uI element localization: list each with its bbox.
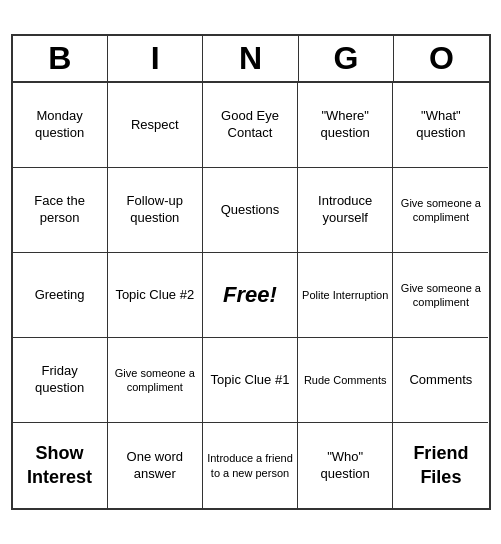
cell-text-18: Rude Comments — [304, 373, 387, 387]
header-letter-b: B — [13, 36, 108, 81]
bingo-cell-22: Introduce a friend to a new person — [203, 423, 298, 508]
cell-text-8: Introduce yourself — [302, 193, 388, 227]
cell-text-16: Give someone a compliment — [112, 366, 198, 395]
cell-text-20: Show Interest — [17, 442, 103, 489]
bingo-cell-0: Monday question — [13, 83, 108, 168]
bingo-cell-5: Face the person — [13, 168, 108, 253]
cell-text-3: "Where" question — [302, 108, 388, 142]
cell-text-7: Questions — [221, 202, 280, 219]
cell-text-12: Free! — [223, 281, 277, 310]
cell-text-9: Give someone a compliment — [397, 196, 484, 225]
bingo-cell-3: "Where" question — [298, 83, 393, 168]
bingo-cell-11: Topic Clue #2 — [108, 253, 203, 338]
bingo-card: BINGO Monday questionRespectGood Eye Con… — [11, 34, 491, 510]
bingo-cell-23: "Who" question — [298, 423, 393, 508]
bingo-cell-15: Friday question — [13, 338, 108, 423]
bingo-cell-10: Greeting — [13, 253, 108, 338]
cell-text-19: Comments — [409, 372, 472, 389]
cell-text-5: Face the person — [17, 193, 103, 227]
bingo-cell-16: Give someone a compliment — [108, 338, 203, 423]
cell-text-15: Friday question — [17, 363, 103, 397]
bingo-grid: Monday questionRespectGood Eye Contact"W… — [13, 83, 489, 508]
bingo-cell-18: Rude Comments — [298, 338, 393, 423]
header-letter-i: I — [108, 36, 203, 81]
cell-text-6: Follow-up question — [112, 193, 198, 227]
bingo-cell-2: Good Eye Contact — [203, 83, 298, 168]
bingo-cell-1: Respect — [108, 83, 203, 168]
bingo-cell-7: Questions — [203, 168, 298, 253]
bingo-cell-12: Free! — [203, 253, 298, 338]
bingo-cell-17: Topic Clue #1 — [203, 338, 298, 423]
bingo-cell-24: Friend Files — [393, 423, 488, 508]
cell-text-23: "Who" question — [302, 449, 388, 483]
cell-text-0: Monday question — [17, 108, 103, 142]
header-letter-n: N — [203, 36, 298, 81]
bingo-cell-13: Polite Interruption — [298, 253, 393, 338]
bingo-cell-19: Comments — [393, 338, 488, 423]
cell-text-4: "What" question — [397, 108, 484, 142]
bingo-cell-14: Give someone a compliment — [393, 253, 488, 338]
cell-text-21: One word answer — [112, 449, 198, 483]
bingo-cell-9: Give someone a compliment — [393, 168, 488, 253]
header-letter-g: G — [299, 36, 394, 81]
cell-text-10: Greeting — [35, 287, 85, 304]
bingo-cell-20: Show Interest — [13, 423, 108, 508]
bingo-cell-6: Follow-up question — [108, 168, 203, 253]
header-letter-o: O — [394, 36, 488, 81]
cell-text-11: Topic Clue #2 — [115, 287, 194, 304]
cell-text-14: Give someone a compliment — [397, 281, 484, 310]
cell-text-2: Good Eye Contact — [207, 108, 293, 142]
cell-text-1: Respect — [131, 117, 179, 134]
bingo-cell-4: "What" question — [393, 83, 488, 168]
bingo-header: BINGO — [13, 36, 489, 83]
bingo-cell-8: Introduce yourself — [298, 168, 393, 253]
bingo-cell-21: One word answer — [108, 423, 203, 508]
cell-text-24: Friend Files — [397, 442, 484, 489]
cell-text-22: Introduce a friend to a new person — [207, 451, 293, 480]
cell-text-17: Topic Clue #1 — [211, 372, 290, 389]
cell-text-13: Polite Interruption — [302, 288, 388, 302]
